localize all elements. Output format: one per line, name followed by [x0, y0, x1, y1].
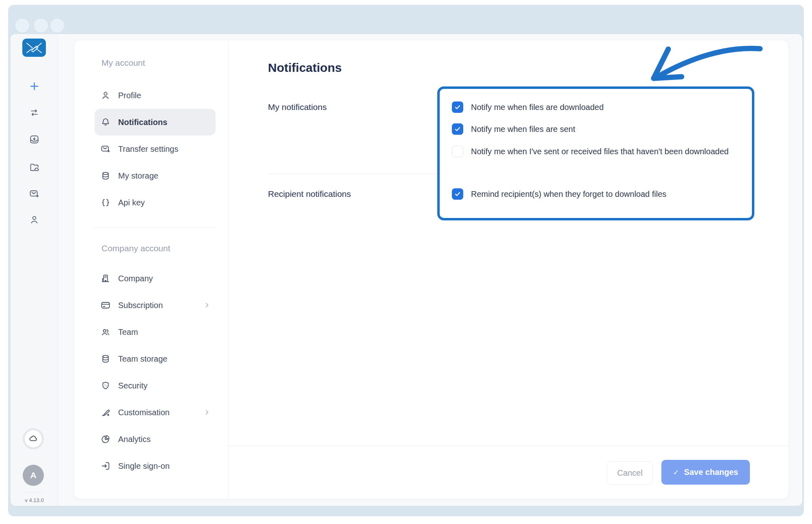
- checkbox-row: Remind recipient(s) when they forget to …: [452, 188, 666, 200]
- received-files-button[interactable]: [29, 134, 40, 145]
- footer-divider: [229, 446, 789, 446]
- checkbox-label: Notify me when files are downloaded: [471, 103, 604, 112]
- checkbox-notify-not-downloaded[interactable]: [452, 146, 463, 157]
- chevron-right-icon: [203, 409, 211, 416]
- nav-item-label: Team storage: [118, 354, 167, 364]
- window-control-3[interactable]: [50, 19, 64, 32]
- settings-nav: My account Profile Notifications T: [74, 40, 229, 499]
- nav-item-label: My storage: [118, 171, 158, 181]
- app-logo[interactable]: [22, 39, 46, 57]
- section-label-recipient-notifications: Recipient notifications: [268, 189, 351, 199]
- app-version: v 4.13.0: [11, 497, 58, 503]
- nav-item-my-storage[interactable]: My storage: [95, 162, 216, 189]
- window-control-2[interactable]: [34, 19, 48, 32]
- cancel-button[interactable]: Cancel: [607, 461, 653, 485]
- user-avatar[interactable]: A: [23, 465, 44, 486]
- checkbox-notify-downloaded[interactable]: [452, 101, 463, 113]
- nav-item-single-sign-on[interactable]: Single sign-on: [95, 453, 216, 479]
- cloud-icon: [28, 433, 39, 444]
- checkbox-label: Notify me when I've sent or received fil…: [471, 147, 729, 156]
- credit-card-icon: [100, 300, 111, 311]
- new-transfer-button[interactable]: [29, 81, 40, 92]
- building-icon: [100, 273, 111, 284]
- folder-cloud-icon: [29, 162, 40, 173]
- checkbox-label: Remind recipient(s) when they forget to …: [471, 190, 666, 199]
- checkbox-notify-sent[interactable]: [452, 123, 463, 135]
- nav-item-analytics[interactable]: Analytics: [95, 426, 216, 453]
- mail-send-icon: [29, 188, 40, 199]
- checkbox-label: Notify me when files are sent: [471, 125, 575, 134]
- transfers-button[interactable]: [29, 107, 40, 118]
- nav-item-label: Company: [118, 274, 153, 283]
- shield-icon: [100, 380, 111, 391]
- check-icon: [454, 191, 461, 197]
- pie-chart-icon: [100, 434, 111, 444]
- user-icon: [100, 90, 111, 101]
- nav-item-label: Customisation: [118, 408, 170, 417]
- save-changes-button[interactable]: ✓ Save changes: [661, 460, 750, 485]
- checkbox-row: Notify me when files are downloaded: [452, 101, 604, 113]
- inbox-download-icon: [29, 134, 40, 145]
- nav-section-divider: [94, 227, 216, 228]
- plus-icon: [29, 81, 40, 92]
- nav-item-team[interactable]: Team: [95, 319, 216, 345]
- nav-item-label: Single sign-on: [118, 461, 170, 471]
- users-icon: [100, 327, 111, 337]
- nav-item-label: Profile: [118, 91, 141, 100]
- avatar-letter: A: [30, 470, 36, 480]
- nav-item-team-storage[interactable]: Team storage: [95, 345, 216, 372]
- mail-arrow-icon: [100, 144, 111, 154]
- checkbox-row: Notify me when files are sent: [452, 123, 575, 135]
- nav-heading-my-account: My account: [74, 54, 228, 72]
- check-icon: ✓: [673, 468, 679, 477]
- check-icon: [454, 126, 461, 132]
- swap-arrows-icon: [29, 107, 40, 118]
- nav-item-transfer-settings[interactable]: Transfer settings: [95, 136, 216, 162]
- nav-item-label: Security: [118, 381, 147, 390]
- save-button-label: Save changes: [684, 468, 738, 477]
- chevron-right-icon: [203, 302, 211, 309]
- nav-item-api-key[interactable]: Api key: [95, 189, 216, 216]
- check-icon: [454, 104, 461, 110]
- sign-in-icon: [100, 461, 111, 471]
- nav-item-label: Subscription: [118, 301, 163, 310]
- page-title: Notifications: [268, 61, 342, 75]
- nav-item-label: Notifications: [118, 118, 167, 127]
- braces-icon: [100, 197, 111, 208]
- nav-item-notifications[interactable]: Notifications: [95, 109, 216, 136]
- screenshot-stage: A v 4.13.0 My account Profile Notificati…: [0, 0, 812, 524]
- storage-status-button[interactable]: [23, 428, 44, 449]
- window-control-1[interactable]: [15, 19, 29, 32]
- nav-item-label: Api key: [118, 198, 145, 207]
- sent-files-button[interactable]: [29, 188, 40, 199]
- nav-item-label: Team: [118, 328, 138, 337]
- section-label-my-notifications: My notifications: [268, 102, 327, 112]
- bell-icon: [100, 117, 111, 127]
- brush-icon: [100, 407, 111, 418]
- nav-item-profile[interactable]: Profile: [95, 82, 216, 109]
- nav-item-company[interactable]: Company: [95, 265, 216, 292]
- nav-item-customisation[interactable]: Customisation: [95, 399, 216, 426]
- nav-item-label: Analytics: [118, 435, 151, 444]
- account-button[interactable]: [29, 214, 40, 225]
- database-icon: [100, 170, 111, 181]
- cancel-button-label: Cancel: [617, 468, 642, 478]
- rail-divider: [23, 492, 43, 492]
- nav-item-security[interactable]: Security: [95, 372, 216, 399]
- checkbox-remind-recipients[interactable]: [452, 188, 463, 200]
- user-icon: [29, 214, 40, 225]
- nav-item-label: Transfer settings: [118, 144, 178, 154]
- section-divider: [268, 174, 437, 174]
- nav-heading-company-account: Company account: [74, 239, 228, 258]
- cloud-files-button[interactable]: [29, 162, 40, 173]
- database-icon: [100, 354, 111, 364]
- nav-item-subscription[interactable]: Subscription: [95, 292, 216, 319]
- checkbox-row: Notify me when I've sent or received fil…: [452, 146, 729, 157]
